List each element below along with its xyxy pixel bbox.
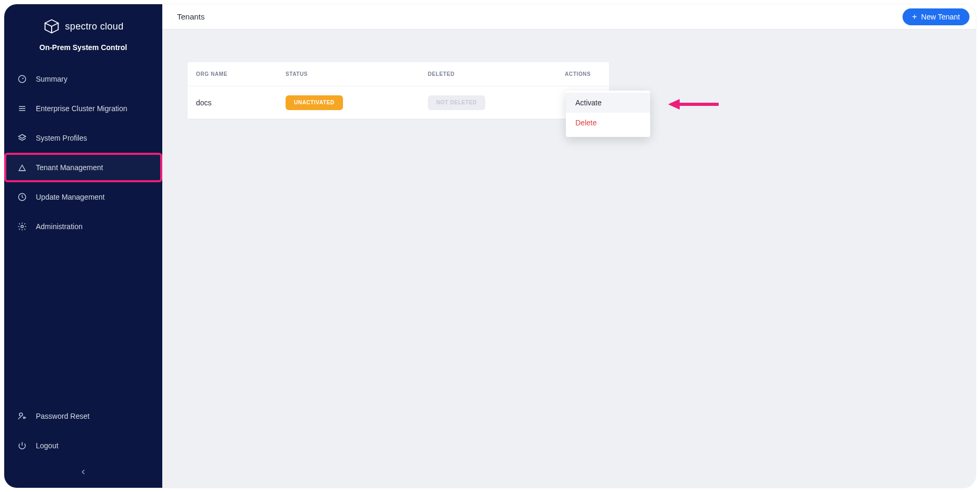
sidebar-item-tenant-management[interactable]: Tenant Management	[4, 153, 162, 182]
gauge-icon	[17, 74, 27, 84]
row-actions-menu: Activate Delete	[566, 91, 650, 137]
svg-marker-16	[668, 99, 680, 110]
sidebar-item-update-management[interactable]: Update Management	[4, 182, 162, 212]
svg-point-10	[19, 413, 23, 416]
table-row: docs UNACTIVATED NOT DELETED	[188, 86, 609, 119]
page-title: Tenants	[177, 12, 205, 21]
sidebar-item-label: Tenant Management	[36, 163, 103, 172]
svg-point-11	[23, 417, 25, 419]
col-header-deleted: DELETED	[419, 71, 556, 77]
cell-deleted: NOT DELETED	[419, 95, 556, 110]
stack-icon	[17, 133, 27, 143]
sidebar-bottom: Password Reset Logout	[4, 401, 162, 488]
sidebar-item-logout[interactable]: Logout	[4, 431, 162, 460]
sidebar-item-system-profiles[interactable]: System Profiles	[4, 123, 162, 153]
new-tenant-button[interactable]: + New Tenant	[903, 8, 969, 25]
brand: spectro cloud	[4, 14, 162, 38]
topbar: Tenants + New Tenant	[162, 4, 976, 29]
list-icon	[17, 103, 27, 114]
sidebar-item-label: Logout	[36, 441, 58, 450]
plus-icon: +	[912, 13, 917, 21]
sidebar-item-enterprise-cluster-migration[interactable]: Enterprise Cluster Migration	[4, 94, 162, 123]
svg-marker-6	[18, 134, 26, 139]
user-key-icon	[17, 411, 27, 421]
sidebar-item-label: Enterprise Cluster Migration	[36, 104, 128, 113]
main: Tenants + New Tenant ORG NAME STATUS DEL…	[162, 4, 976, 488]
status-badge: UNACTIVATED	[286, 95, 343, 110]
sidebar-collapse-button[interactable]	[4, 460, 162, 485]
sidebar-item-administration[interactable]: Administration	[4, 212, 162, 241]
brand-logo-icon	[43, 18, 60, 35]
tenants-table: ORG NAME STATUS DELETED ACTIONS docs UNA…	[188, 62, 609, 119]
tenant-icon	[17, 162, 27, 173]
col-header-actions: ACTIONS	[556, 71, 609, 77]
sidebar-item-label: Administration	[36, 222, 83, 231]
sidebar-item-label: System Profiles	[36, 134, 87, 142]
app-frame: spectro cloud On-Prem System Control Sum…	[4, 4, 976, 488]
sidebar-nav: Summary Enterprise Cluster Migration Sys…	[4, 64, 162, 401]
sidebar-item-label: Update Management	[36, 193, 105, 201]
deleted-badge: NOT DELETED	[428, 95, 485, 110]
update-icon	[17, 192, 27, 202]
sidebar-item-label: Password Reset	[36, 412, 90, 420]
cell-org-name: docs	[188, 99, 277, 107]
sidebar: spectro cloud On-Prem System Control Sum…	[4, 4, 162, 488]
menu-item-activate[interactable]: Activate	[566, 93, 650, 113]
chevron-left-icon	[79, 468, 87, 478]
table-header: ORG NAME STATUS DELETED ACTIONS	[188, 62, 609, 86]
col-header-org: ORG NAME	[188, 71, 277, 77]
cell-status: UNACTIVATED	[277, 95, 419, 110]
content: ORG NAME STATUS DELETED ACTIONS docs UNA…	[162, 29, 976, 488]
power-icon	[17, 440, 27, 451]
brand-name: spectro cloud	[65, 21, 124, 32]
sidebar-item-label: Summary	[36, 75, 67, 83]
col-header-status: STATUS	[277, 71, 419, 77]
gear-icon	[17, 221, 27, 232]
svg-point-9	[21, 225, 24, 228]
menu-item-delete[interactable]: Delete	[566, 113, 650, 133]
sidebar-item-summary[interactable]: Summary	[4, 64, 162, 94]
new-tenant-label: New Tenant	[921, 13, 960, 21]
annotation-arrow	[667, 98, 720, 111]
brand-subtitle: On-Prem System Control	[4, 38, 162, 64]
sidebar-item-password-reset[interactable]: Password Reset	[4, 401, 162, 431]
